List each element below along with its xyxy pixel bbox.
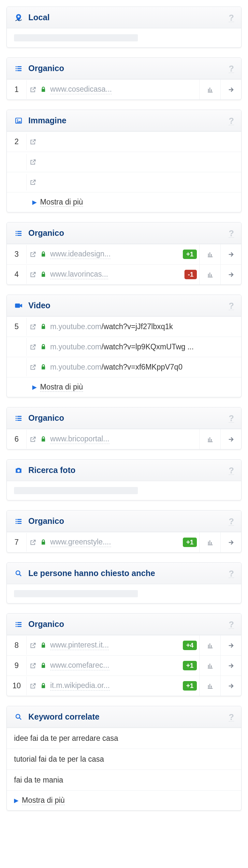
svg-rect-27 bbox=[17, 523, 22, 524]
section-title: Organico bbox=[28, 516, 64, 526]
svg-rect-29 bbox=[15, 622, 16, 623]
search-icon bbox=[14, 569, 23, 578]
position: 10 bbox=[7, 681, 26, 690]
url-cell[interactable]: www.comefarec... +1 bbox=[26, 656, 200, 675]
result-row bbox=[7, 152, 241, 172]
url-cell[interactable]: m.youtube.com/watch?v=lp9KQxmUTwg ... bbox=[26, 338, 241, 356]
section-title: Video bbox=[28, 301, 50, 310]
show-more-button[interactable]: ▶ Mostra di più bbox=[7, 790, 241, 810]
show-more-button[interactable]: ▶ Mostra di più bbox=[7, 192, 241, 212]
url-cell[interactable] bbox=[26, 154, 241, 170]
section-title: Keyword correlate bbox=[28, 712, 99, 721]
help-icon[interactable]: ? bbox=[229, 413, 234, 423]
section-header: Organico ? bbox=[7, 407, 241, 429]
chart-button[interactable] bbox=[200, 656, 220, 676]
section-header: Keyword correlate ? bbox=[7, 706, 241, 728]
url-cell[interactable] bbox=[26, 134, 241, 150]
keyword-item[interactable]: tutorial fai da te per la casa bbox=[7, 749, 241, 770]
url-text: m.youtube.com/watch?v=lp9KQxmUTwg ... bbox=[50, 342, 193, 351]
arrow-button[interactable] bbox=[220, 532, 241, 552]
keyword-item[interactable]: idee fai da te per arredare casa bbox=[7, 728, 241, 749]
section-header: Immagine ? bbox=[7, 110, 241, 131]
url-cell[interactable]: it.m.wikipedia.or... +1 bbox=[26, 677, 200, 695]
result-row: 9 www.comefarec... +1 bbox=[7, 655, 241, 676]
chart-button[interactable] bbox=[200, 80, 220, 99]
list-icon bbox=[14, 620, 23, 629]
domain-text: www.comefarec... bbox=[50, 661, 109, 670]
list-icon bbox=[14, 64, 23, 73]
chart-button[interactable] bbox=[200, 532, 220, 552]
lock-icon bbox=[40, 271, 47, 278]
url-cell[interactable]: www.pinterest.it... +4 bbox=[26, 636, 200, 655]
help-icon[interactable]: ? bbox=[229, 517, 234, 526]
url-cell[interactable]: m.youtube.com/watch?v=xf6MKppV7q0 bbox=[26, 358, 241, 376]
section-header: Le persone hanno chiesto anche ? bbox=[7, 563, 241, 584]
section-organic: Organico ? 6 www.bricoportal... bbox=[6, 407, 242, 450]
external-link-icon bbox=[29, 251, 36, 258]
result-row: 2 bbox=[7, 131, 241, 152]
arrow-button[interactable] bbox=[220, 80, 241, 99]
lock-icon bbox=[40, 436, 47, 443]
url-cell[interactable]: www.bricoportal... bbox=[26, 430, 200, 448]
svg-rect-13 bbox=[17, 235, 22, 236]
svg-rect-30 bbox=[17, 622, 22, 623]
result-row: 6 www.bricoportal... bbox=[7, 429, 241, 449]
help-icon[interactable]: ? bbox=[229, 13, 234, 22]
arrow-button[interactable] bbox=[220, 429, 241, 449]
help-icon[interactable]: ? bbox=[229, 116, 234, 125]
search-icon bbox=[14, 712, 23, 721]
show-more-button[interactable]: ▶ Mostra di più bbox=[7, 377, 241, 397]
chart-button[interactable] bbox=[200, 636, 220, 655]
section-local: Local ? bbox=[6, 6, 242, 48]
external-link-icon bbox=[29, 343, 36, 351]
url-text: m.youtube.com/watch?v=xf6MKppV7q0 bbox=[50, 363, 182, 372]
camera-icon bbox=[14, 466, 23, 475]
url-cell[interactable] bbox=[26, 174, 241, 190]
url-cell[interactable]: www.ideadesign... +1 bbox=[26, 245, 200, 264]
placeholder-row bbox=[7, 481, 241, 500]
arrow-button[interactable] bbox=[220, 676, 241, 696]
external-link-icon bbox=[29, 179, 36, 186]
section-image: Immagine ? 2 ▶ Mostra di più bbox=[6, 110, 242, 212]
svg-rect-25 bbox=[17, 521, 22, 522]
help-icon[interactable]: ? bbox=[229, 712, 234, 721]
keyword-item[interactable]: fai da te mania bbox=[7, 770, 241, 790]
placeholder-bar bbox=[14, 487, 138, 494]
url-cell[interactable]: www.cosedicasa... bbox=[26, 80, 200, 99]
help-icon[interactable]: ? bbox=[229, 620, 234, 628]
section-title: Ricerca foto bbox=[28, 465, 75, 475]
svg-rect-3 bbox=[17, 68, 22, 69]
arrow-button[interactable] bbox=[220, 656, 241, 676]
svg-rect-16 bbox=[17, 416, 22, 417]
lock-icon bbox=[40, 323, 47, 330]
position: 4 bbox=[7, 270, 26, 279]
arrow-button[interactable] bbox=[220, 636, 241, 655]
section-organic: Organico ? 8 www.pinterest.it... +4 9 ww… bbox=[6, 613, 242, 696]
chart-button[interactable] bbox=[200, 429, 220, 449]
help-icon[interactable]: ? bbox=[229, 466, 234, 475]
domain-text: www.greenstyle.... bbox=[50, 537, 111, 547]
section-video: Video ? 5 m.youtube.com/watch?v=jJf27lbx… bbox=[6, 294, 242, 397]
svg-rect-24 bbox=[15, 521, 16, 522]
image-icon bbox=[14, 116, 23, 125]
url-cell[interactable]: www.greenstyle.... +1 bbox=[26, 533, 200, 552]
svg-rect-14 bbox=[15, 303, 20, 308]
arrow-button[interactable] bbox=[220, 244, 241, 264]
chart-button[interactable] bbox=[200, 265, 220, 284]
help-icon[interactable]: ? bbox=[229, 301, 234, 310]
help-icon[interactable]: ? bbox=[229, 64, 234, 73]
arrow-button[interactable] bbox=[220, 265, 241, 284]
chart-button[interactable] bbox=[200, 676, 220, 696]
rank-change-badge: +1 bbox=[183, 681, 197, 690]
url-text: m.youtube.com/watch?v=jJf27lbxq1k bbox=[50, 322, 173, 331]
help-icon[interactable]: ? bbox=[229, 569, 234, 578]
url-cell[interactable]: m.youtube.com/watch?v=jJf27lbxq1k bbox=[26, 318, 241, 336]
placeholder-row bbox=[7, 584, 241, 603]
external-link-icon bbox=[29, 642, 36, 649]
section-photo-search: Ricerca foto ? bbox=[6, 459, 242, 500]
url-cell[interactable]: www.lavorincas... -1 bbox=[26, 265, 200, 284]
chart-button[interactable] bbox=[200, 244, 220, 264]
help-icon[interactable]: ? bbox=[229, 229, 234, 238]
result-row: 10 it.m.wikipedia.or... +1 bbox=[7, 676, 241, 696]
domain-text: www.bricoportal... bbox=[50, 434, 109, 444]
